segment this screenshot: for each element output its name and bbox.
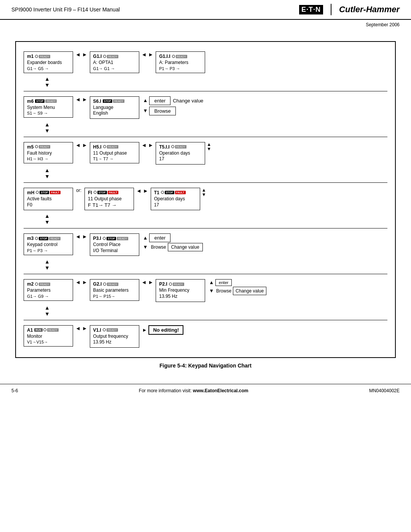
p3i-label: Control Place: [93, 242, 136, 248]
arrow-to-no-edit: ►: [142, 327, 147, 333]
s6i-header: S6.I STOP READY: [93, 99, 136, 104]
separator-5: [24, 274, 387, 274]
enter-box-row2: enter: [149, 96, 170, 105]
g2i-id: G2.I: [93, 281, 102, 287]
change-label-row5: Change value: [171, 244, 199, 250]
m3-led: [35, 237, 38, 240]
browse-box-row2: Browse: [149, 107, 175, 115]
mh-status: STOP FAULT: [36, 191, 61, 194]
g1ii-header: G1.I.I READY: [159, 54, 202, 59]
m3-id: m3: [27, 236, 33, 241]
footer-website: www.EatonElectrical.com: [193, 388, 249, 393]
footer-info: For more information visit: www.EatonEle…: [139, 388, 249, 393]
arrow-h5i-t5ii: ◄ ►: [142, 142, 154, 148]
chart-row-5: m3 STOP READY Keypad control P1→ P3 → ◄ …: [24, 232, 387, 258]
t5ii-status: READY: [171, 145, 186, 149]
brand-logo: E·T·N Cutler-Hammer: [299, 4, 400, 15]
main-content: m1 READY Expander boards G1→ G5 → ◄ ► G1…: [0, 30, 411, 376]
m6-header: m6 STOP READY: [27, 99, 70, 104]
or-text: or:: [76, 188, 81, 193]
g1i-label: A: OPTA1: [93, 60, 136, 66]
fi-stop: STOP: [97, 191, 107, 194]
g1i-box: G1.I READY A: OPTA1 G1→ G1 →: [90, 51, 139, 73]
enter-label-row6: enter: [219, 280, 228, 285]
t5ii-box: T5.I.I READY Operation days 17: [156, 142, 205, 165]
t5ii-value: 17: [159, 156, 202, 162]
row5-action: ▲ enter ▼ Browse Change value: [143, 233, 203, 251]
m5-label: Fault history: [27, 150, 70, 157]
m3-ready: READY: [49, 237, 61, 240]
m6-status: STOP READY: [35, 99, 57, 103]
chart-row-1: m1 READY Expander boards G1→ G5 → ◄ ► G1…: [24, 50, 387, 75]
m5-range: H1→ H3 →: [27, 157, 70, 161]
page-header: SPI9000 Inverter Unit FI9 – FI14 User Ma…: [0, 0, 411, 20]
t1-box: T1 STOP FAULT Operation days 17: [151, 188, 200, 210]
g2i-label: Basic parameters: [93, 288, 136, 294]
h5i-label: 11 Output phase: [93, 150, 136, 157]
m1-ready: READY: [39, 55, 50, 58]
change-box-row6: Change value: [233, 287, 266, 295]
h5i-ready: READY: [107, 145, 118, 149]
eaton-text: E·T·N: [299, 5, 323, 14]
chart-row-2: m6 STOP READY System Menu S1→ S9 → ◄ ► S…: [24, 94, 387, 121]
t1-led: [161, 191, 164, 194]
row5-up-arrow: ▲: [143, 235, 148, 241]
vert-arrows-4: ▲▼: [24, 213, 387, 225]
g1i-id: G1.I: [93, 54, 102, 59]
mh-fault: FAULT: [50, 191, 61, 194]
g1i-ready: READY: [107, 55, 118, 58]
row5-browse-change-row: ▼ Browse Change value: [143, 243, 203, 251]
m1-label: Expander boards: [27, 60, 70, 66]
logo-divider: [331, 4, 331, 15]
m5-header: m5 READY: [27, 144, 70, 150]
p3i-stop: STOP: [107, 237, 116, 240]
g2i-status: READY: [103, 283, 118, 286]
g2i-header: G2.I READY: [93, 281, 136, 287]
p3i-header: P3.I STOP READY: [93, 236, 136, 241]
t5ii-id: T5.I.I: [159, 144, 169, 150]
t5ii-ready: READY: [175, 145, 186, 149]
g1i-led: [103, 55, 106, 58]
arrow-m2-g2i: ◄ ►: [75, 279, 88, 285]
h5i-header: H5.I READY: [93, 144, 136, 150]
arrow-m5-h5i: ◄ ►: [75, 142, 88, 148]
m1-range: G1→ G5 →: [27, 66, 70, 71]
m5-status: READY: [35, 145, 50, 149]
change-value-box: Change value: [173, 98, 203, 104]
v1i-status: READY: [103, 328, 118, 332]
m3-stop: STOP: [39, 237, 48, 240]
mh-header: mH STOP FAULT: [27, 190, 70, 195]
t5ii-updown: ▲▼: [207, 142, 211, 151]
footer-doc-number: MN04004002E: [369, 388, 400, 393]
p2i-led: [169, 283, 172, 286]
p2i-id: P2.I: [159, 281, 167, 287]
fi-range: T1→ T7 →: [92, 202, 116, 208]
fi-range-row: F T1→ T7 →: [88, 202, 131, 208]
fi-sublabel: F: [88, 202, 91, 208]
enter-box-row6: enter: [215, 279, 232, 286]
t1-id: T1: [154, 190, 159, 195]
v1i-value: 13.95 Hz: [93, 339, 136, 345]
p3i-led: [103, 237, 106, 240]
g1ii-label: A: Parameters: [159, 60, 202, 66]
g1ii-id: G1.I.I: [159, 54, 170, 59]
m5-id: m5: [27, 144, 33, 150]
t1-status: STOP FAULT: [161, 191, 186, 194]
separator-2: [24, 137, 387, 137]
mh-box: mH STOP FAULT Active faults F0: [24, 188, 73, 210]
a1-range: V1→V15→: [27, 340, 70, 344]
no-editing-box: No editing!: [148, 325, 183, 335]
g1ii-led: [172, 55, 175, 58]
fi-box: FI STOP FAULT 11 Output phase F T1→ T7 →: [84, 188, 134, 210]
v1i-id: V1.I: [93, 328, 101, 333]
fi-led: [94, 191, 97, 194]
g1i-header: G1.I READY: [93, 54, 136, 59]
a1-box: A1 RUN READY Monitor V1→V15→: [24, 325, 73, 347]
m3-range: P1→ P3 →: [27, 248, 70, 253]
h5i-led: [103, 145, 106, 148]
v1i-header: V1.I READY: [93, 328, 136, 333]
date-line: September 2006: [0, 20, 411, 30]
row6-browse-row: ▼ Browse Change value: [209, 287, 266, 295]
vert-arrows-3: ▲▼: [24, 167, 387, 179]
enter-label: enter: [154, 98, 166, 104]
